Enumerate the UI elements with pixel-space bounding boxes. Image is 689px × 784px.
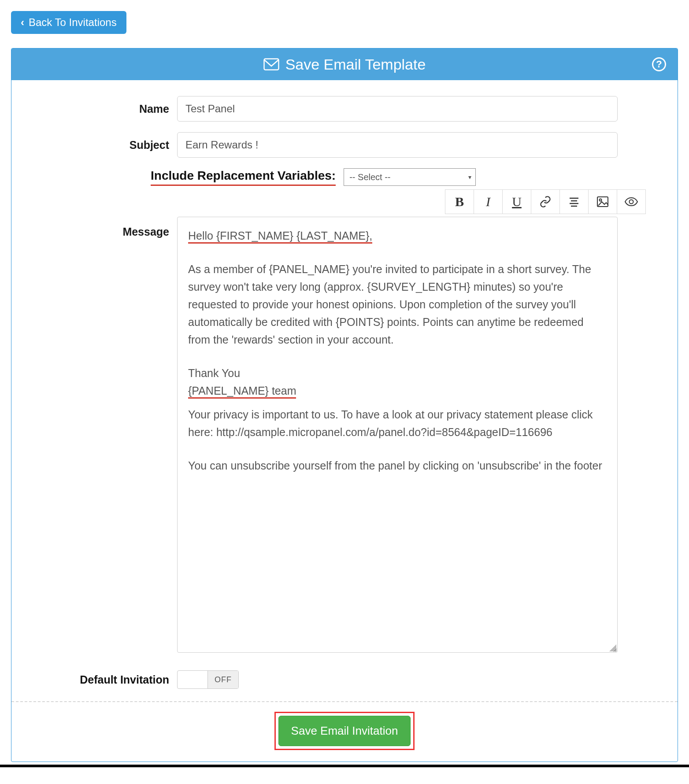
- panel-body: Name Subject Include Replacement Variabl…: [11, 80, 678, 762]
- resize-handle-icon[interactable]: [609, 644, 616, 651]
- chevron-left-icon: ‹: [21, 16, 24, 29]
- svg-rect-0: [264, 59, 278, 70]
- save-highlight-box: Save Email Invitation: [274, 712, 415, 750]
- greeting-text: Hello {FIRST_NAME} {LAST_NAME},: [188, 229, 372, 244]
- back-button-label: Back To Invitations: [29, 16, 117, 29]
- svg-point-7: [630, 200, 633, 204]
- thank-text: Thank You: [188, 364, 607, 382]
- name-label: Name: [27, 103, 177, 115]
- preview-button[interactable]: [617, 189, 646, 214]
- replacement-vars-label: Include Replacement Variables:: [151, 169, 336, 186]
- replacement-vars-select[interactable]: -- Select --: [344, 168, 476, 186]
- bottom-border: [0, 765, 689, 767]
- italic-button[interactable]: I: [474, 189, 503, 214]
- unsubscribe-text: You can unsubscribe yourself from the pa…: [188, 457, 607, 474]
- bold-button[interactable]: B: [445, 189, 474, 214]
- editor-toolbar: B I U: [27, 189, 646, 214]
- team-text: {PANEL_NAME} team: [188, 385, 296, 399]
- subject-label: Subject: [27, 139, 177, 152]
- message-label: Message: [27, 217, 177, 238]
- align-button[interactable]: [559, 189, 589, 214]
- back-to-invitations-button[interactable]: ‹ Back To Invitations: [11, 11, 126, 34]
- link-button[interactable]: [531, 189, 560, 214]
- envelope-icon: [263, 58, 279, 70]
- default-invitation-label: Default Invitation: [27, 673, 177, 686]
- subject-input[interactable]: [177, 132, 618, 158]
- body-text: As a member of {PANEL_NAME} you're invit…: [188, 260, 607, 348]
- default-invitation-toggle[interactable]: OFF: [177, 670, 239, 689]
- image-button[interactable]: [588, 189, 617, 214]
- save-template-panel: Save Email Template ? Name Subject Inclu…: [11, 48, 678, 762]
- message-editor[interactable]: Hello {FIRST_NAME} {LAST_NAME}, As a mem…: [177, 217, 618, 653]
- panel-title: Save Email Template: [285, 56, 426, 73]
- underline-button[interactable]: U: [502, 189, 531, 214]
- privacy-text: Your privacy is important to us. To have…: [188, 406, 607, 441]
- panel-header: Save Email Template ?: [11, 48, 678, 80]
- separator: [11, 701, 678, 702]
- name-input[interactable]: [177, 96, 618, 122]
- save-email-invitation-button[interactable]: Save Email Invitation: [278, 716, 411, 746]
- help-icon[interactable]: ?: [652, 57, 666, 71]
- toggle-state: OFF: [207, 671, 238, 688]
- svg-point-6: [600, 199, 602, 201]
